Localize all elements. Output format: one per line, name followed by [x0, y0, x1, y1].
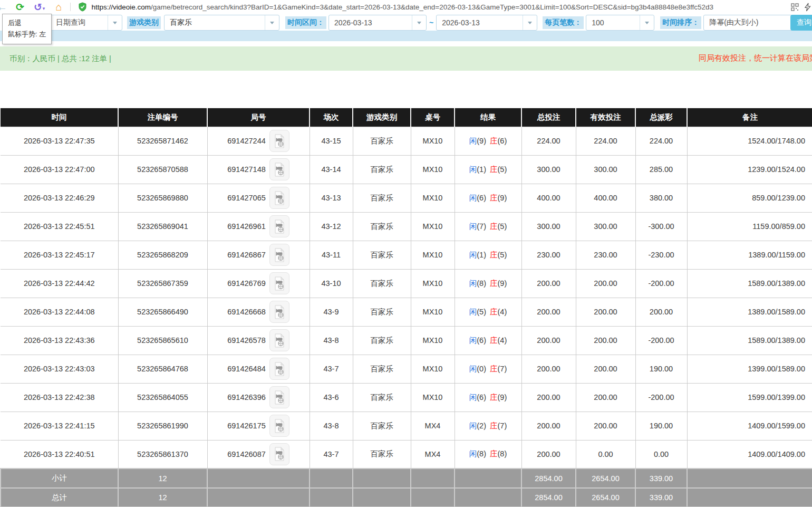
empty-cell [353, 468, 411, 488]
refresh-icon[interactable]: ⟳ [16, 2, 24, 12]
video-replay-button[interactable] [269, 443, 289, 465]
banker-points: (8) [498, 449, 507, 458]
video-replay-button[interactable] [269, 272, 289, 294]
table-row: 2026-03-13 22:43:36 523265865610 6914265… [1, 326, 812, 355]
player-label: 闲 [469, 251, 477, 259]
cell-bet-id: 523265866490 [118, 298, 207, 326]
player-points: (7) [477, 222, 486, 231]
cell-time: 2026-03-13 22:45:51 [1, 212, 118, 241]
valid-bet-notice: 同局有效投注，统一计算在该局第 [699, 53, 812, 63]
header-round: 局号 [207, 108, 310, 127]
table-row: 2026-03-13 22:43:03 523265864768 6914264… [1, 355, 812, 383]
cell-game-type: 百家乐 [353, 269, 411, 298]
qr-code-icon[interactable] [791, 3, 799, 11]
game-category-select[interactable]: 百家乐 [164, 15, 279, 31]
cell-remark: 1589.00/1389.00 [687, 326, 812, 355]
cell-result: 闲(0)庄(7) [455, 355, 521, 383]
cell-round: 691426578 [207, 326, 310, 355]
cell-result: 闲(6)庄(9) [455, 184, 521, 212]
cell-time: 2026-03-13 22:43:36 [1, 326, 118, 355]
cell-valid-bet: 300.00 [576, 155, 635, 184]
player-label: 闲 [469, 393, 477, 401]
player-label: 闲 [469, 336, 477, 345]
video-replay-button[interactable] [269, 358, 289, 380]
player-label: 闲 [469, 137, 477, 145]
address-bar[interactable]: https://videoie.com/game/betrecord_searc… [91, 3, 713, 11]
banker-label: 庄 [490, 336, 498, 345]
cell-game-type: 百家乐 [353, 127, 411, 155]
undo-icon[interactable]: ↺ [34, 2, 42, 12]
player-points: (9) [477, 137, 486, 145]
table-row: 2026-03-13 22:47:00 523265870588 6914271… [1, 155, 812, 184]
banker-points: (5) [498, 165, 507, 174]
cell-session: 43-6 [310, 383, 353, 412]
cell-payout: 200.00 [635, 298, 687, 326]
video-replay-button[interactable] [269, 130, 289, 152]
video-replay-button[interactable] [269, 329, 289, 351]
video-replay-button[interactable] [269, 158, 289, 180]
cell-table-no: MX10 [411, 155, 455, 184]
banker-label: 庄 [490, 194, 498, 202]
cell-valid-bet: 0.00 [576, 440, 635, 468]
chevron-down-icon [412, 15, 426, 30]
empty-cell [687, 468, 812, 488]
cell-total-bet: 200.00 [521, 355, 576, 383]
cell-session: 43-7 [310, 355, 353, 383]
player-points: (0) [477, 365, 486, 373]
cell-total-bet: 230.00 [521, 241, 576, 269]
video-replay-button[interactable] [269, 415, 289, 437]
bet-record-table: 时间 注单编号 局号 场次 游戏类别 桌号 结果 总投注 有效投注 总派彩 备注… [0, 108, 812, 507]
back-icon[interactable]: ← [0, 2, 7, 12]
cell-result: 闲(1)庄(5) [455, 155, 521, 184]
empty-cell [353, 488, 411, 507]
banker-points: (7) [498, 365, 507, 373]
cell-payout: -200.00 [635, 326, 687, 355]
video-replay-button[interactable] [269, 301, 289, 323]
cell-session: 43-8 [310, 326, 353, 355]
cell-payout: 285.00 [635, 155, 687, 184]
grand-total-row: 总计 12 2854.00 2654.00 339.00 [1, 488, 812, 507]
table-footer: 小计 12 2854.00 2654.00 339.00 总计 12 [1, 468, 812, 507]
cell-bet-id: 523265865610 [118, 326, 207, 355]
video-replay-button[interactable] [269, 187, 289, 209]
lightning-icon[interactable] [804, 3, 811, 12]
cell-total-bet: 224.00 [521, 127, 576, 155]
cell-time: 2026-03-13 22:47:00 [1, 155, 118, 184]
video-replay-button[interactable] [269, 215, 289, 237]
video-file-icon [274, 276, 285, 291]
cell-table-no: MX10 [411, 184, 455, 212]
banker-label: 庄 [490, 449, 498, 458]
date-query-select[interactable]: 日期查询 [50, 15, 122, 31]
cell-valid-bet: 400.00 [576, 184, 635, 212]
date-start-select[interactable]: 2026-03-13 [328, 15, 427, 31]
page-size-select[interactable]: 100 [586, 15, 654, 31]
cell-remark: 1589.00/1389.00 [687, 269, 812, 298]
round-number: 691426484 [227, 365, 266, 373]
cell-bet-id: 523265861990 [118, 412, 207, 440]
undo-dropdown-caret-icon[interactable]: ▾ [43, 6, 45, 11]
cell-table-no: MX10 [411, 355, 455, 383]
banker-label: 庄 [490, 393, 498, 401]
round-number: 691426961 [227, 222, 266, 231]
cell-round: 691427244 [207, 127, 310, 155]
cell-session: 43-12 [310, 212, 353, 241]
page: ← ⟳ ↺ ▾ ⌂ https://videoie.com/game/betre… [0, 0, 812, 507]
cell-round: 691426087 [207, 440, 310, 468]
home-icon[interactable]: ⌂ [55, 2, 62, 12]
date-end-select[interactable]: 2026-03-13 [436, 15, 537, 31]
security-shield-icon[interactable] [78, 2, 87, 12]
cell-payout: 190.00 [635, 412, 687, 440]
player-points: (8) [477, 449, 486, 458]
player-label: 闲 [469, 449, 477, 458]
cell-payout: 380.00 [635, 184, 687, 212]
table-body: 2026-03-13 22:47:35 523265871462 6914272… [1, 127, 812, 468]
video-replay-button[interactable] [269, 386, 289, 408]
empty-cell [310, 468, 353, 488]
cell-round: 691427148 [207, 155, 310, 184]
video-replay-button[interactable] [269, 244, 289, 266]
cell-valid-bet: 200.00 [576, 355, 635, 383]
header-game-type: 游戏类别 [353, 108, 411, 127]
search-button[interactable]: 查询 [790, 15, 812, 31]
cell-session: 43-11 [310, 241, 353, 269]
cell-bet-id: 523265869041 [118, 212, 207, 241]
